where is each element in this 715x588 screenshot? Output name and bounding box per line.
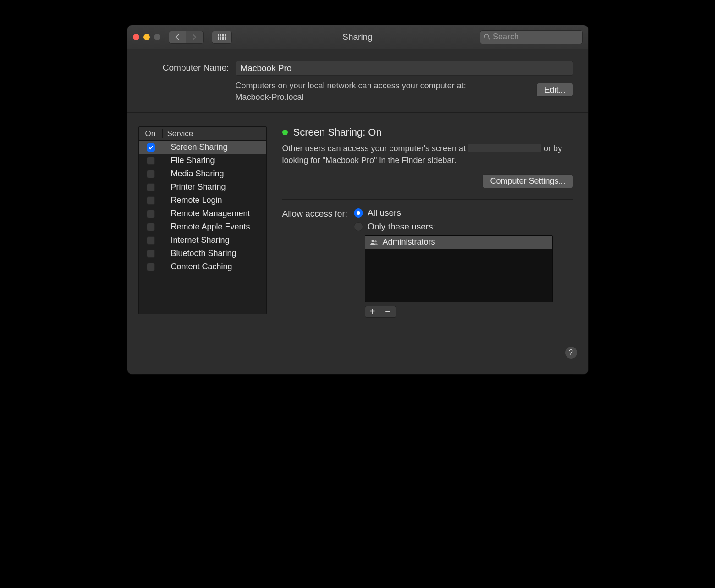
divider (282, 199, 573, 200)
search-input[interactable] (493, 32, 578, 42)
service-row-content-caching[interactable]: Content Caching (139, 260, 266, 273)
user-list-wrap: Administrators + − (365, 235, 573, 318)
service-row-media-sharing[interactable]: Media Sharing (139, 167, 266, 180)
service-checkbox[interactable] (147, 263, 155, 271)
status-indicator-icon (282, 130, 288, 135)
svg-rect-9 (220, 38, 221, 40)
svg-rect-2 (222, 34, 224, 36)
service-row-file-sharing[interactable]: File Sharing (139, 154, 266, 167)
access-radio-group: All users Only these users: (354, 208, 435, 232)
footer: ? (127, 331, 588, 374)
close-window-button[interactable] (133, 34, 139, 40)
service-label: Remote Login (163, 196, 222, 205)
svg-point-12 (484, 34, 488, 38)
help-button[interactable]: ? (565, 347, 577, 359)
checkmark-icon (148, 145, 154, 150)
service-label: Internet Sharing (163, 235, 230, 245)
back-button[interactable] (169, 31, 186, 44)
service-label: Remote Management (163, 209, 250, 218)
service-checkbox[interactable] (147, 250, 155, 258)
service-detail: Screen Sharing: On Other users can acces… (282, 126, 573, 317)
svg-rect-5 (220, 36, 221, 38)
service-checkbox[interactable] (147, 143, 155, 152)
svg-rect-10 (222, 38, 224, 40)
radio-all-label: All users (368, 208, 401, 218)
svg-point-14 (371, 240, 374, 242)
service-label: Screen Sharing (163, 142, 228, 152)
svg-rect-8 (218, 38, 219, 40)
user-name: Administrators (383, 237, 435, 247)
service-row-remote-apple-events[interactable]: Remote Apple Events (139, 220, 266, 234)
window-controls (133, 34, 160, 40)
main-section: On Service Screen SharingFile SharingMed… (127, 113, 588, 331)
service-checkbox[interactable] (147, 210, 155, 218)
svg-point-15 (374, 240, 376, 242)
access-row: Allow access for: All users Only these u… (282, 208, 573, 232)
service-row-internet-sharing[interactable]: Internet Sharing (139, 234, 266, 247)
service-checkbox[interactable] (147, 157, 155, 165)
computer-settings-button[interactable]: Computer Settings... (482, 174, 573, 188)
user-row[interactable]: Administrators (365, 236, 552, 249)
status-title: Screen Sharing: On (293, 126, 382, 138)
service-status: Screen Sharing: On (282, 126, 573, 138)
user-list-buttons: + − (365, 306, 573, 318)
computer-name-input[interactable] (236, 61, 573, 76)
users-icon (370, 239, 378, 245)
service-row-screen-sharing[interactable]: Screen Sharing (139, 141, 266, 154)
svg-rect-3 (225, 34, 226, 36)
search-field[interactable] (480, 30, 583, 44)
minimize-window-button[interactable] (143, 34, 150, 40)
service-label: Printer Sharing (163, 182, 226, 192)
svg-rect-7 (225, 36, 226, 38)
sharing-preferences-window: Sharing Computer Name: Computers on your… (127, 25, 588, 374)
service-label: Media Sharing (163, 169, 224, 179)
chevron-right-icon (192, 34, 197, 40)
services-table: On Service Screen SharingFile SharingMed… (138, 126, 267, 314)
add-user-button[interactable]: + (365, 306, 380, 318)
user-list[interactable]: Administrators (365, 235, 553, 302)
service-row-remote-management[interactable]: Remote Management (139, 207, 266, 220)
service-description: Other users can access your computer's s… (282, 143, 573, 166)
radio-button-all[interactable] (354, 208, 363, 218)
titlebar: Sharing (127, 25, 588, 49)
radio-only-label: Only these users: (368, 222, 435, 232)
service-checkbox[interactable] (147, 236, 155, 245)
service-label: Content Caching (163, 262, 232, 272)
service-label: Bluetooth Sharing (163, 249, 236, 258)
show-all-button[interactable] (212, 31, 232, 44)
service-checkbox[interactable] (147, 223, 155, 231)
computer-name-subtext: Computers on your local network can acce… (236, 80, 466, 103)
svg-rect-1 (220, 34, 221, 36)
edit-hostname-button[interactable]: Edit... (536, 83, 573, 97)
desc-before: Other users can access your computer's s… (282, 144, 468, 153)
search-icon (484, 33, 490, 40)
grid-icon (218, 34, 226, 40)
service-checkbox[interactable] (147, 196, 155, 205)
chevron-left-icon (175, 34, 180, 40)
forward-button[interactable] (186, 31, 204, 44)
subtext-line2: Macbook-Pro.local (236, 93, 304, 102)
service-checkbox[interactable] (147, 183, 155, 191)
service-row-bluetooth-sharing[interactable]: Bluetooth Sharing (139, 247, 266, 260)
svg-line-13 (488, 38, 490, 39)
radio-only-these-users[interactable]: Only these users: (354, 222, 435, 232)
redacted-address (468, 144, 541, 152)
radio-button-only[interactable] (354, 222, 363, 231)
subtext-line1: Computers on your local network can acce… (236, 81, 466, 90)
service-label: Remote Apple Events (163, 222, 250, 232)
zoom-window-button[interactable] (154, 34, 160, 40)
services-header: On Service (139, 127, 266, 141)
svg-rect-11 (225, 38, 226, 40)
nav-buttons (169, 31, 204, 44)
remove-user-button[interactable]: − (380, 306, 396, 318)
svg-rect-4 (218, 36, 219, 38)
computer-name-section: Computer Name: Computers on your local n… (127, 49, 588, 113)
allow-access-label: Allow access for: (282, 208, 348, 219)
service-checkbox[interactable] (147, 170, 155, 178)
service-row-remote-login[interactable]: Remote Login (139, 194, 266, 207)
svg-rect-0 (218, 34, 219, 36)
service-row-printer-sharing[interactable]: Printer Sharing (139, 180, 266, 194)
radio-all-users[interactable]: All users (354, 208, 435, 218)
svg-rect-6 (222, 36, 224, 38)
column-service: Service (163, 129, 193, 138)
